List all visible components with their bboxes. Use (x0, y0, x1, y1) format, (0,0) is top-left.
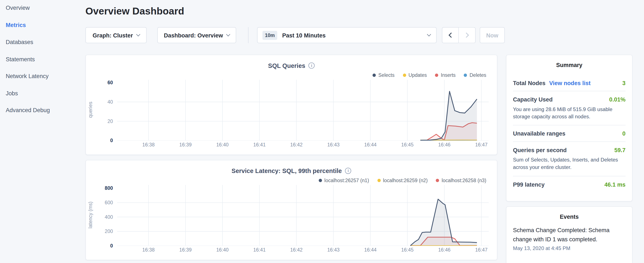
info-icon[interactable]: i (345, 167, 351, 174)
x-axis-tick: 16:42 (284, 142, 309, 147)
summary-row: Queries per second59.7Sum of Selects, Up… (513, 141, 626, 176)
summary-row-label: Queries per second (513, 147, 567, 153)
sidebar-item-jobs[interactable]: Jobs (6, 89, 80, 97)
time-range-label: Past 10 Minutes (282, 32, 423, 39)
x-axis-tick: 16:45 (395, 247, 420, 253)
summary-row-label: Capacity Used (513, 96, 552, 103)
sidebar-item-overview[interactable]: Overview (6, 4, 80, 12)
x-axis-tick: 16:40 (210, 142, 235, 147)
y-axis-tick: 60 (98, 80, 113, 86)
app-root: OverviewMetricsDatabasesStatementsNetwor… (0, 0, 644, 263)
legend-dot-icon (435, 74, 438, 77)
legend-item: localhost:26258 (n3) (436, 178, 486, 183)
y-axis-tick: 800 (98, 185, 113, 191)
legend-item: localhost:26257 (n1) (319, 178, 369, 183)
chart-header: Service Latency: SQL, 99th percentile i (86, 160, 497, 175)
legend-label: localhost:26257 (n1) (324, 178, 369, 183)
legend-dot-icon (373, 74, 376, 77)
time-next-button[interactable] (459, 27, 476, 43)
events-list: Schema Change Completed: Schema change w… (506, 226, 632, 251)
summary-row-value: 0.01% (609, 96, 626, 103)
chevron-down-icon (136, 32, 140, 36)
x-axis-tick: 16:41 (247, 247, 272, 253)
sidebar-item-advanced-debug[interactable]: Advanced Debug (6, 106, 80, 114)
x-axis-tick: 16:38 (136, 247, 161, 253)
x-axis-tick: 16:46 (432, 247, 457, 253)
events-panel: Events Schema Change Completed: Schema c… (506, 206, 632, 263)
now-button[interactable]: Now (480, 27, 505, 43)
x-axis-tick: 16:43 (321, 142, 346, 147)
y-axis-unit-label: queries (88, 91, 93, 128)
chart-plot: latency (ms)020040060080016:3816:3916:40… (86, 185, 497, 256)
event-item[interactable]: Schema Change Completed: Schema change w… (513, 226, 626, 251)
summary-row: Capacity Used0.01%You are using 28.6 MiB… (513, 91, 626, 125)
legend-label: Inserts (441, 72, 456, 78)
x-axis-tick: 16:46 (432, 142, 457, 147)
legend-label: Deletes (470, 72, 486, 78)
time-range-badge: 10m (262, 31, 277, 40)
summary-row-description: Sum of Selects, Updates, Inserts, and De… (513, 156, 626, 171)
graph-dropdown-label: Graph: Cluster (93, 32, 133, 39)
y-axis-unit-label: latency (ms) (88, 196, 93, 233)
summary-row: Total NodesView nodes list3 (513, 75, 626, 91)
y-axis-tick: 400 (98, 214, 113, 220)
chart-legend: SelectsUpdatesInsertsDeletes (86, 72, 497, 78)
view-nodes-list-link[interactable]: View nodes list (549, 80, 591, 86)
chart-title: Service Latency: SQL, 99th percentile (232, 167, 342, 174)
chart-card-sql-queries: SQL Queries i SelectsUpdatesInsertsDelet… (86, 55, 498, 155)
legend-dot-icon (319, 179, 322, 182)
summary-row-value: 46.1 ms (604, 181, 626, 188)
summary-row-label: P99 latency (513, 181, 545, 188)
legend-dot-icon (403, 74, 406, 77)
x-axis-tick: 16:40 (210, 247, 235, 253)
sidebar-item-statements[interactable]: Statements (6, 55, 80, 63)
sidebar-item-databases[interactable]: Databases (6, 38, 80, 46)
chart-card-service-latency: Service Latency: SQL, 99th percentile i … (86, 160, 498, 260)
legend-dot-icon (436, 179, 439, 182)
event-timestamp: May 13, 2020 at 4:45 PM (513, 245, 626, 251)
x-axis-tick: 16:38 (136, 142, 161, 147)
legend-label: localhost:26259 (n2) (383, 178, 428, 183)
chevron-down-icon (427, 32, 431, 36)
time-prev-button[interactable] (442, 27, 459, 43)
legend-dot-icon (464, 74, 467, 77)
chevron-left-icon (448, 33, 454, 38)
toolbar-divider (248, 27, 248, 43)
x-axis-tick: 16:42 (284, 247, 309, 253)
x-axis-tick: 16:47 (469, 247, 494, 253)
chart-title: SQL Queries (268, 62, 305, 69)
chart-canvas[interactable] (117, 185, 489, 246)
chart-header: SQL Queries i (86, 55, 497, 70)
legend-label: Selects (378, 72, 394, 78)
graph-dropdown[interactable]: Graph: Cluster (86, 27, 147, 43)
time-range-dropdown[interactable]: 10m Past 10 Minutes (257, 27, 436, 43)
legend-item: Updates (403, 72, 427, 78)
info-icon[interactable]: i (308, 62, 315, 69)
x-axis-tick: 16:45 (395, 142, 420, 147)
chart-plot: queries020406016:3816:3916:4016:4116:421… (86, 80, 497, 151)
legend-item: Deletes (464, 72, 486, 78)
dashboard-dropdown[interactable]: Dashboard: Overview (157, 27, 236, 43)
sidebar-item-metrics[interactable]: Metrics (6, 21, 80, 29)
x-axis-tick: 16:41 (247, 142, 272, 147)
y-axis-tick: 600 (98, 200, 113, 205)
summary-title: Summary (506, 55, 632, 69)
legend-item: Selects (373, 72, 394, 78)
summary-row-label: Total Nodes (513, 80, 546, 86)
chart-legend: localhost:26257 (n1)localhost:26259 (n2)… (86, 178, 497, 183)
legend-item: localhost:26259 (n2) (377, 178, 428, 183)
sidebar: OverviewMetricsDatabasesStatementsNetwor… (6, 4, 80, 123)
summary-row-value: 3 (622, 80, 626, 86)
summary-rows: Total NodesView nodes list3Capacity Used… (506, 75, 632, 192)
x-axis-tick: 16:39 (173, 142, 198, 147)
summary-panel: Summary Total NodesView nodes list3Capac… (506, 55, 632, 201)
time-nav-group (442, 27, 476, 43)
y-axis-tick: 20 (98, 118, 113, 124)
summary-row-label: Unavailable ranges (513, 130, 566, 137)
events-title: Events (506, 207, 632, 221)
chart-canvas[interactable] (117, 80, 489, 141)
y-axis-tick: 200 (98, 228, 113, 234)
chevron-down-icon (226, 32, 230, 36)
sidebar-item-network-latency[interactable]: Network Latency (6, 72, 80, 80)
toolbar: Graph: Cluster Dashboard: Overview 10m P… (86, 27, 505, 43)
